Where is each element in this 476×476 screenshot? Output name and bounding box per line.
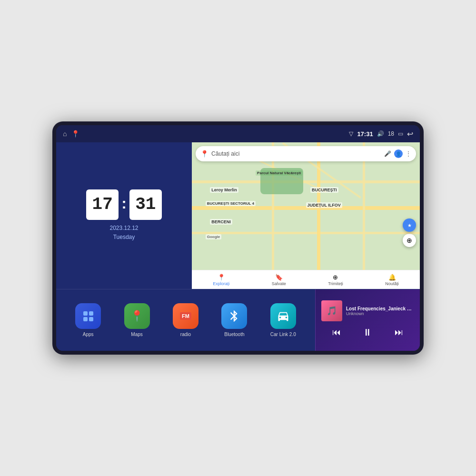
app-icon-apps[interactable]: Apps [74, 303, 102, 337]
maps-label: Maps [131, 332, 142, 337]
map-label-sector4: BUCUREȘTI SECTORUL 4 [206, 201, 256, 206]
bluetooth-svg-icon [228, 309, 241, 323]
map-bottom-bar: 📍 Explorați 🔖 Salvate ⊕ Trimiteți 🔔 [192, 270, 420, 289]
main-content: 17 : 31 2023.12.12 Tuesday 📍 Căutați aic… [56, 142, 420, 351]
status-bar: ⌂ 📍 ▽ 17:31 🔊 18 ▭ ↩ [56, 125, 420, 142]
battery-level: 18 [388, 130, 394, 137]
noutati-label: Noutăți [385, 281, 399, 286]
maps-pin-icon: 📍 [130, 310, 143, 322]
clock-display: 17 : 31 [86, 189, 162, 220]
apps-icon-box [75, 303, 101, 329]
app-icon-radio[interactable]: FM radio [171, 303, 200, 337]
explorati-label: Explorați [213, 281, 229, 286]
carlink-icon-box [270, 303, 296, 329]
salvate-label: Salvate [272, 281, 286, 286]
radio-fm-label: FM [180, 312, 191, 320]
map-nav-explorati[interactable]: 📍 Explorați [213, 274, 229, 286]
map-compass-button[interactable]: ★ [403, 218, 416, 232]
screen: ⌂ 📍 ▽ 17:31 🔊 18 ▭ ↩ 17 : [56, 125, 420, 351]
clock-widget: 17 : 31 2023.12.12 Tuesday [56, 142, 192, 289]
noutati-icon: 🔔 [388, 274, 396, 281]
music-next-button[interactable]: ⏭ [391, 326, 407, 339]
map-label-leroy: Leroy Merlin [210, 187, 238, 193]
bluetooth-icon-box [221, 303, 247, 329]
location-crosshair-icon: ⊕ [407, 237, 412, 244]
volume-icon: 🔊 [377, 130, 384, 137]
music-player: 🎵 Lost Frequencies_Janieck Devy-... Unkn… [315, 289, 420, 351]
music-artist: Unknown [346, 311, 414, 316]
map-widget: 📍 Căutați aici 🎤 👤 ⋮ [192, 142, 420, 289]
back-icon[interactable]: ↩ [407, 129, 413, 139]
home-icon[interactable]: ⌂ [63, 130, 67, 138]
car-head-unit: ⌂ 📍 ▽ 17:31 🔊 18 ▭ ↩ 17 : [52, 121, 424, 355]
apps-grid-icon [80, 308, 96, 324]
map-label-bucuresti: BUCUREȘTI [310, 187, 338, 193]
map-location-button[interactable]: ⊕ [403, 234, 416, 247]
music-info: Lost Frequencies_Janieck Devy-... Unknow… [346, 306, 414, 316]
map-label-parc: Parcul Natural Văcărești [256, 170, 302, 176]
app-shortcuts: Apps 📍 Maps FM radio [56, 289, 315, 351]
app-icon-maps[interactable]: 📍 Maps [123, 303, 151, 337]
music-top: 🎵 Lost Frequencies_Janieck Devy-... Unkn… [321, 300, 414, 321]
music-art-icon: 🎵 [327, 306, 337, 316]
map-search-pin-icon: 📍 [200, 150, 208, 158]
mic-icon[interactable]: 🎤 [384, 150, 391, 157]
trimiteti-label: Trimiteți [328, 281, 343, 286]
bottom-section: Apps 📍 Maps FM radio [56, 289, 420, 351]
compass-icon: ★ [407, 223, 412, 228]
map-search-placeholder: Căutați aici [211, 150, 381, 157]
radio-label: radio [180, 332, 191, 337]
bluetooth-label: Bluetooth [224, 332, 244, 337]
top-section: 17 : 31 2023.12.12 Tuesday 📍 Căutați aic… [56, 142, 420, 289]
map-label-ilfov: JUDEȚUL ILFOV [306, 202, 342, 208]
map-label-berceni: BERCENI [210, 219, 232, 225]
clock-hours: 17 [86, 189, 119, 220]
account-icon[interactable]: 👤 [394, 149, 403, 158]
music-play-button[interactable]: ⏸ [359, 325, 376, 340]
map-nav-noutati[interactable]: 🔔 Noutăți [385, 274, 399, 286]
music-title: Lost Frequencies_Janieck Devy-... [346, 306, 414, 311]
signal-icon: ▽ [349, 130, 353, 137]
explorati-icon: 📍 [218, 274, 225, 281]
carlink-label: Car Link 2.0 [270, 332, 296, 337]
radio-icon-box: FM [173, 303, 198, 329]
apps-label: Apps [83, 332, 94, 337]
map-label-google: Google [206, 234, 222, 239]
clock-minutes: 31 [129, 189, 162, 220]
map-nav-trimiteti[interactable]: ⊕ Trimiteți [328, 274, 343, 286]
grid-icon[interactable]: ⋮ [406, 150, 411, 157]
maps-icon[interactable]: 📍 [71, 130, 79, 138]
app-icon-bluetooth[interactable]: Bluetooth [220, 303, 248, 337]
carlink-svg-icon [277, 309, 290, 323]
battery-icon: ▭ [398, 130, 403, 137]
status-time: 17:31 [357, 130, 373, 138]
music-album-art: 🎵 [321, 300, 342, 321]
map-search-icons: 🎤 👤 ⋮ [384, 149, 411, 158]
clock-colon: : [121, 195, 127, 212]
music-controls: ⏮ ⏸ ⏭ [321, 325, 414, 340]
maps-icon-box: 📍 [124, 303, 150, 329]
trimiteti-icon: ⊕ [333, 274, 338, 281]
clock-date: 2023.12.12 Tuesday [109, 224, 138, 242]
music-prev-button[interactable]: ⏮ [328, 326, 345, 339]
app-icon-carlink[interactable]: Car Link 2.0 [269, 303, 298, 337]
map-nav-salvate[interactable]: 🔖 Salvate [272, 274, 286, 286]
map-background: TRAPEZULUI BUCUREȘTI JUDEȚUL ILFOV Parcu… [192, 142, 420, 270]
salvate-icon: 🔖 [275, 274, 283, 281]
map-search-bar[interactable]: 📍 Căutați aici 🎤 👤 ⋮ [196, 146, 416, 161]
